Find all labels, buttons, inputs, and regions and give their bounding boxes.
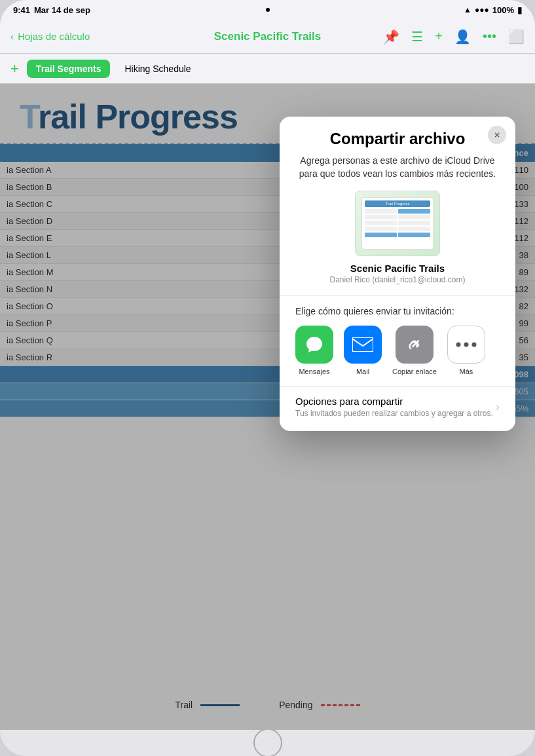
copy-link-label: Copiar enlace (392, 368, 437, 375)
mail-button[interactable]: Mail (344, 326, 382, 375)
svg-rect-0 (352, 337, 373, 352)
preview-row (365, 221, 430, 225)
chevron-right-icon: › (496, 400, 500, 414)
share-person-icon[interactable]: 👤 (454, 29, 471, 45)
share-dialog-description: Agrega personas a este archivo de iCloud… (295, 155, 500, 180)
home-button[interactable] (253, 728, 282, 756)
pin-icon[interactable]: 📌 (383, 29, 399, 45)
time: 9:41 (13, 5, 30, 15)
invite-label: Elige cómo quieres enviar tu invitación: (295, 306, 500, 316)
svg-point-3 (471, 343, 476, 347)
battery-level: 100% (492, 5, 514, 15)
more-icon (447, 326, 485, 364)
more-icon[interactable]: ••• (483, 29, 496, 44)
tab-hiking-schedule[interactable]: Hiking Schedule (115, 60, 200, 78)
mail-icon (344, 326, 382, 364)
main-content: Trail Progress Distance ia Section A 110… (0, 84, 535, 730)
messages-icon (295, 326, 333, 364)
list-icon[interactable]: ☰ (411, 29, 423, 45)
status-bar-right: ▲ ●●● 100% ▮ (464, 5, 522, 15)
home-indicator (0, 730, 535, 756)
file-preview: Trail Progress (355, 191, 440, 256)
messages-button[interactable]: Mensajes (295, 326, 333, 375)
back-arrow-icon: ‹ (10, 31, 14, 42)
share-options-title: Opciones para compartir (295, 396, 493, 407)
file-name: Scenic Pacific Trails (295, 263, 500, 274)
copy-link-button[interactable]: Copiar enlace (392, 326, 437, 375)
svg-point-1 (456, 343, 460, 347)
status-bar-center (266, 8, 270, 12)
share-options-subtitle: Tus invitados pueden realizar cambios y … (295, 409, 493, 418)
back-button[interactable]: ‹ Hojas de cálculo (10, 31, 90, 42)
more-label: Más (459, 368, 473, 375)
file-preview-inner: Trail Progress (361, 197, 434, 250)
preview-row (365, 215, 430, 219)
signal-icon: ●●● (475, 5, 489, 14)
share-dialog: × Compartir archivo Agrega personas a es… (280, 117, 515, 431)
share-options-text: Opciones para compartir Tus invitados pu… (295, 396, 493, 418)
tab-trail-segments[interactable]: Trail Segments (27, 60, 111, 78)
preview-row (365, 233, 430, 237)
preview-row (365, 227, 430, 231)
add-icon[interactable]: + (435, 29, 443, 44)
share-buttons: Mensajes Mail (295, 326, 500, 375)
camera-dot (266, 8, 270, 12)
edit-icon[interactable]: ⬜ (508, 29, 525, 45)
invite-section: Elige cómo quieres enviar tu invitación:… (280, 295, 515, 386)
toolbar: ‹ Hojas de cálculo Scenic Pacific Trails… (0, 20, 535, 54)
svg-point-2 (464, 343, 468, 347)
file-owner: Daniel Rico (daniel_rico1@icloud.com) (295, 275, 500, 284)
document-title: Scenic Pacific Trails (214, 30, 321, 43)
more-button[interactable]: Más (447, 326, 485, 375)
date: Mar 14 de sep (34, 5, 90, 15)
share-options-row[interactable]: Opciones para compartir Tus invitados pu… (280, 386, 515, 431)
messages-label: Mensajes (299, 368, 329, 375)
battery-icon: ▮ (517, 5, 522, 15)
toolbar-actions: 📌 ☰ + 👤 ••• ⬜ (383, 29, 525, 45)
tabs-row: + Trail Segments Hiking Schedule (0, 54, 535, 84)
share-dialog-title: Compartir archivo (295, 130, 500, 148)
status-bar: 9:41 Mar 14 de sep ▲ ●●● 100% ▮ (0, 0, 535, 20)
preview-header: Trail Progress (365, 200, 430, 207)
add-tab-button[interactable]: + (10, 60, 19, 77)
wifi-icon: ▲ (464, 5, 471, 14)
mail-label: Mail (356, 368, 369, 375)
back-label: Hojas de cálculo (18, 31, 90, 42)
status-bar-left: 9:41 Mar 14 de sep (13, 5, 90, 15)
share-dialog-header: × Compartir archivo Agrega personas a es… (280, 117, 515, 295)
ipad-frame: 9:41 Mar 14 de sep ▲ ●●● 100% ▮ ‹ Hojas … (0, 0, 535, 756)
link-icon (396, 326, 434, 364)
preview-row (365, 209, 430, 214)
close-button[interactable]: × (488, 126, 506, 144)
